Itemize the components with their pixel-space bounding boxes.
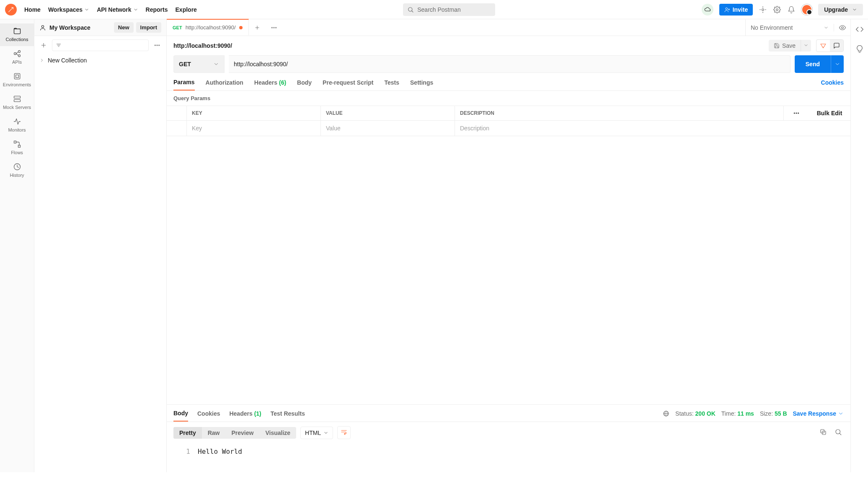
- svg-point-31: [274, 27, 274, 28]
- collection-label: New Collection: [48, 57, 87, 64]
- notifications-icon[interactable]: [787, 5, 796, 14]
- method-label: GET: [179, 61, 191, 67]
- svg-point-32: [275, 27, 276, 28]
- resp-tab-body[interactable]: Body: [173, 410, 188, 422]
- request-tab[interactable]: GET http://localhost:9090/: [167, 19, 249, 35]
- param-description-input[interactable]: Description: [455, 121, 850, 136]
- view-visualize[interactable]: Visualize: [259, 427, 296, 439]
- svg-rect-13: [16, 75, 18, 78]
- sidebar-more-button[interactable]: [152, 42, 162, 49]
- resp-tab-headers[interactable]: Headers (1): [229, 410, 261, 421]
- rail-history[interactable]: History: [0, 159, 34, 182]
- code-snippet-button[interactable]: [855, 25, 864, 35]
- postman-logo[interactable]: [5, 4, 17, 16]
- view-raw[interactable]: Raw: [202, 427, 226, 439]
- workspace-name[interactable]: My Workspace: [39, 24, 90, 31]
- tips-button[interactable]: [855, 45, 864, 54]
- nav-explore[interactable]: Explore: [176, 6, 197, 13]
- svg-rect-17: [18, 145, 20, 147]
- rail-flows[interactable]: Flows: [0, 137, 34, 159]
- environment-select[interactable]: No Environment: [746, 24, 834, 31]
- status-label: Status:: [675, 410, 694, 417]
- svg-point-25: [155, 45, 155, 46]
- add-collection-button[interactable]: [39, 40, 49, 50]
- http-method-select[interactable]: GET: [173, 55, 225, 73]
- rail-label: Mock Servers: [3, 105, 31, 110]
- tab-title-label: http://localhost:9090/: [186, 24, 236, 31]
- tab-settings[interactable]: Settings: [410, 79, 433, 90]
- invite-button[interactable]: Invite: [719, 4, 753, 16]
- tab-tests[interactable]: Tests: [384, 79, 399, 90]
- svg-point-9: [18, 55, 20, 57]
- svg-point-8: [18, 51, 20, 53]
- wrap-lines-button[interactable]: [337, 426, 351, 439]
- bulk-edit-button[interactable]: Bulk Edit: [809, 106, 850, 120]
- chevron-down-icon: [852, 7, 857, 12]
- view-preview[interactable]: Preview: [225, 427, 259, 439]
- rail-monitors[interactable]: Monitors: [0, 114, 34, 137]
- nav-reports[interactable]: Reports: [146, 6, 168, 13]
- invite-label: Invite: [733, 6, 748, 13]
- save-dropdown[interactable]: [801, 40, 811, 52]
- new-tab-button[interactable]: [249, 19, 266, 36]
- rail-label: Monitors: [8, 127, 26, 132]
- rail-apis[interactable]: APIs: [0, 46, 34, 69]
- send-dropdown[interactable]: [831, 55, 844, 73]
- resp-tab-testresults[interactable]: Test Results: [271, 410, 305, 421]
- tab-prerequest[interactable]: Pre-request Script: [323, 79, 373, 90]
- save-response-button[interactable]: Save Response: [793, 410, 844, 417]
- save-button[interactable]: Save: [769, 40, 801, 52]
- capture-icon[interactable]: [759, 5, 767, 14]
- param-value-input[interactable]: Value: [321, 121, 455, 136]
- send-button[interactable]: Send: [795, 55, 831, 73]
- send-label: Send: [806, 61, 820, 67]
- nav-workspaces[interactable]: Workspaces: [48, 6, 89, 13]
- import-button[interactable]: Import: [136, 22, 161, 33]
- svg-point-30: [271, 27, 272, 28]
- svg-rect-14: [14, 96, 20, 98]
- params-empty-row[interactable]: Key Value Description: [167, 121, 850, 136]
- tab-method-label: GET: [173, 25, 182, 30]
- svg-rect-12: [14, 73, 20, 79]
- chevron-down-icon: [84, 7, 89, 12]
- globe-icon[interactable]: [663, 410, 669, 417]
- rail-mock-servers[interactable]: Mock Servers: [0, 91, 34, 114]
- builder-mode-button[interactable]: [816, 40, 830, 52]
- sync-status-icon[interactable]: [702, 4, 713, 16]
- search-icon: [407, 6, 414, 13]
- tab-more-button[interactable]: [266, 19, 282, 36]
- cookies-link[interactable]: Cookies: [821, 79, 844, 90]
- tab-authorization[interactable]: Authorization: [206, 79, 243, 90]
- filter-input[interactable]: [52, 39, 149, 51]
- new-button[interactable]: New: [114, 22, 134, 33]
- chevron-down-icon: [133, 7, 138, 12]
- copy-response-button[interactable]: [818, 427, 829, 439]
- response-body[interactable]: 1Hello World: [167, 443, 850, 472]
- tab-headers[interactable]: Headers (6): [254, 79, 286, 90]
- tab-params[interactable]: Params: [173, 79, 195, 91]
- content-type-select[interactable]: HTML: [300, 427, 333, 439]
- search-response-button[interactable]: [833, 427, 844, 439]
- chevron-right-icon: [39, 58, 44, 63]
- user-avatar[interactable]: [801, 4, 812, 15]
- tab-body[interactable]: Body: [297, 79, 312, 90]
- svg-point-34: [794, 113, 795, 114]
- column-options-button[interactable]: [783, 106, 809, 120]
- rail-collections[interactable]: Collections: [0, 23, 34, 46]
- nav-api-network[interactable]: API Network: [97, 6, 138, 13]
- content-type-label: HTML: [305, 429, 321, 436]
- url-input[interactable]: http://localhost:9090/: [229, 55, 790, 73]
- view-pretty[interactable]: Pretty: [173, 427, 202, 439]
- settings-icon[interactable]: [773, 5, 781, 14]
- upgrade-button[interactable]: Upgrade: [818, 4, 863, 16]
- search-input[interactable]: Search Postman: [403, 3, 495, 16]
- environment-preview-button[interactable]: [834, 24, 850, 31]
- comments-mode-button[interactable]: [830, 40, 843, 52]
- resp-tab-cookies[interactable]: Cookies: [197, 410, 220, 421]
- rail-environments[interactable]: Environments: [0, 69, 34, 91]
- collection-item[interactable]: New Collection: [34, 54, 166, 66]
- svg-line-11: [16, 54, 18, 55]
- param-key-input[interactable]: Key: [187, 121, 321, 136]
- nav-home[interactable]: Home: [24, 6, 41, 13]
- svg-point-27: [159, 45, 160, 46]
